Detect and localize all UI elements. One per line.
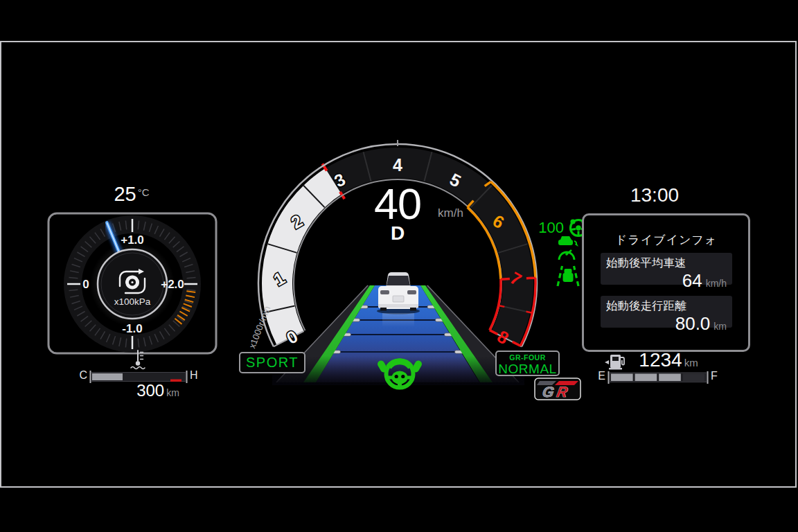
drive-mode-badge: SPORT	[239, 352, 305, 373]
fuel-full-label: F	[711, 370, 723, 382]
adas-set-speed: 100	[526, 219, 564, 237]
drive-info-panel: ドライブインフォ 始動後平均車速 64km/h 始動後走行距離 80.0km	[582, 213, 750, 352]
coolant-gauge	[91, 351, 187, 383]
awd-system-label: GR-FOUR	[497, 354, 558, 362]
tach-unit-label: x1000r/min	[247, 305, 272, 350]
drive-info-row-value: 80.0	[675, 313, 711, 334]
boost-tick-bottom: -1.0	[122, 322, 142, 335]
radar-cruise-icon	[558, 236, 578, 260]
speed-unit: km/h	[438, 206, 479, 220]
coolant-cold-label: C	[72, 369, 87, 382]
fuel-range: 1234km	[619, 349, 718, 371]
awd-mode-label: NORMAL	[497, 362, 558, 375]
outside-temp-unit: °C	[138, 186, 150, 198]
odometer: 300km	[108, 381, 208, 400]
fuel-empty-label: E	[593, 370, 605, 382]
outside-temperature: 25°C	[89, 183, 175, 206]
drive-info-row-label: 始動後走行距離	[606, 299, 727, 314]
lead-vehicle	[377, 272, 420, 327]
speed-value: 40	[328, 179, 467, 229]
awd-mode-badge: GR-FOUR NORMAL	[495, 351, 560, 376]
boost-tick-left: 0	[82, 278, 89, 291]
fuel-bar	[609, 371, 708, 384]
gr-logo: G R	[535, 378, 580, 400]
instrument-cluster: x100kPa +1.0 0 +2.0 -1.0	[0, 0, 798, 532]
drive-info-row-unit: km/h	[706, 278, 727, 289]
boost-unit-label: x100kPa	[114, 296, 151, 307]
odometer-unit: km	[166, 387, 179, 398]
road-scene	[272, 272, 524, 388]
drive-info-row-value: 64	[682, 270, 702, 291]
drive-info-row-unit: km	[713, 321, 727, 332]
gear-indicator: D	[328, 222, 467, 245]
clock: 13:00	[608, 184, 701, 206]
drive-info-row-label: 始動後平均車速	[606, 256, 727, 271]
outside-temp-value: 25	[114, 183, 136, 205]
lane-departure-icon	[558, 266, 578, 286]
coolant-hot-label: H	[190, 369, 205, 382]
drive-info-row: 始動後平均車速 64km/h	[601, 253, 732, 285]
drive-info-row: 始動後走行距離 80.0km	[601, 296, 732, 328]
odometer-value: 300	[136, 381, 164, 400]
boost-tick-right: +2.0	[161, 278, 184, 291]
drive-info-title: ドライブインフォ	[584, 232, 748, 248]
fuel-range-unit: km	[684, 357, 698, 369]
boost-tick-top: +1.0	[121, 233, 144, 247]
boost-gauge: x100kPa +1.0 0 +2.0 -1.0	[48, 213, 216, 353]
tach-number: 4	[393, 155, 402, 175]
fuel-range-value: 1234	[639, 349, 682, 371]
